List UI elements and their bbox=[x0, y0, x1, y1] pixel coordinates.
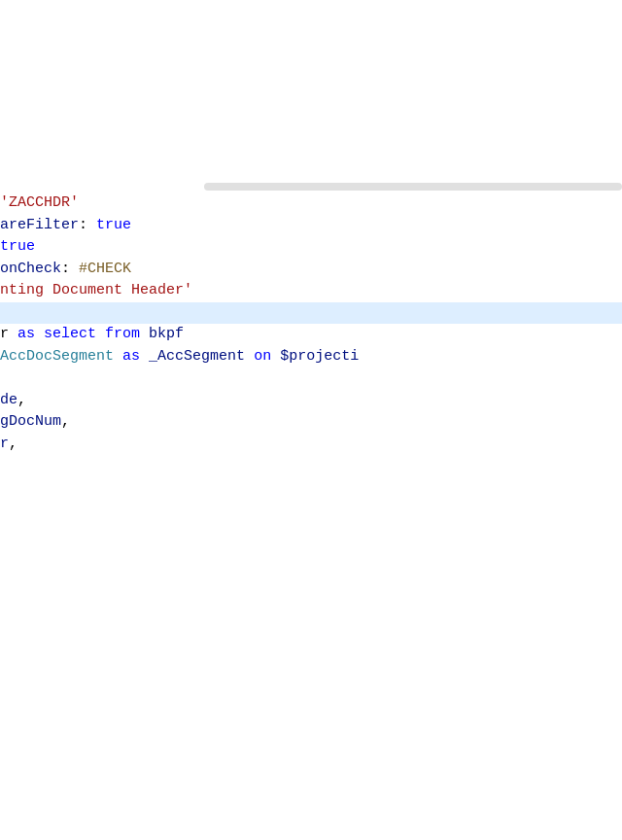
code-line-14 bbox=[0, 477, 622, 500]
token-bool: true bbox=[96, 217, 131, 233]
token-accdocsegment: AccDocSegment bbox=[0, 348, 114, 365]
code-editor: 'ZACCHDR' areFilter: true true onCheck: … bbox=[0, 0, 622, 840]
code-line-12: r, bbox=[0, 434, 622, 456]
token-space3 bbox=[140, 326, 149, 342]
code-content: 'ZACCHDR' areFilter: true true onCheck: … bbox=[0, 0, 622, 840]
token-colon2: : bbox=[61, 261, 79, 277]
token-r: r bbox=[0, 326, 17, 342]
token-select: select bbox=[44, 326, 96, 342]
token-oncheck: onCheck bbox=[0, 261, 61, 277]
code-line-3: true bbox=[0, 236, 622, 259]
token-de: de bbox=[0, 392, 17, 408]
code-line-4: onCheck: #CHECK bbox=[0, 259, 622, 281]
code-line-19 bbox=[0, 586, 622, 609]
token-comma1: , bbox=[17, 392, 26, 408]
code-line-7: r as select from bkpf bbox=[0, 324, 622, 346]
code-line-15 bbox=[0, 499, 622, 521]
token-comma2: , bbox=[61, 413, 70, 430]
token-hash: #CHECK bbox=[79, 261, 131, 277]
token-on-kw: on bbox=[254, 348, 271, 365]
token-gdocnum: gDocNum bbox=[0, 413, 61, 430]
token-as2: as bbox=[122, 348, 140, 365]
token-dollar: $projecti bbox=[280, 348, 359, 365]
token-accsegment: _AccSegment bbox=[149, 348, 245, 365]
token-from: from bbox=[105, 326, 140, 342]
token-as-space bbox=[114, 348, 122, 365]
token-on bbox=[245, 348, 254, 365]
code-line-9 bbox=[0, 368, 622, 390]
code-line-8: AccDocSegment as _AccSegment on $project… bbox=[0, 346, 622, 368]
code-line-10: de, bbox=[0, 390, 622, 412]
code-line-18 bbox=[0, 565, 622, 587]
token-r2: r bbox=[0, 436, 9, 452]
token-string: 'ZACCHDR' bbox=[0, 194, 79, 211]
code-line-1: 'ZACCHDR' bbox=[0, 192, 622, 215]
token-bkpf: bkpf bbox=[149, 326, 184, 342]
token-space5 bbox=[271, 348, 280, 365]
token-comma3: , bbox=[9, 436, 17, 452]
token-docheader: nting Document Header' bbox=[0, 282, 192, 298]
token-space4 bbox=[140, 348, 149, 365]
code-line-5: nting Document Header' bbox=[0, 280, 622, 302]
token-space2 bbox=[96, 326, 105, 342]
code-line-6-highlighted bbox=[0, 302, 622, 325]
token-bool2: true bbox=[0, 238, 35, 255]
code-line-17 bbox=[0, 542, 622, 565]
code-line-13 bbox=[0, 455, 622, 477]
token-space1 bbox=[35, 326, 44, 342]
code-line-2: areFilter: true bbox=[0, 215, 622, 237]
token-prop: areFilter bbox=[0, 217, 79, 233]
code-line-16 bbox=[0, 521, 622, 543]
code-line-20 bbox=[0, 609, 622, 631]
token-as: as bbox=[17, 326, 35, 342]
code-line-11: gDocNum, bbox=[0, 411, 622, 434]
token-colon: : bbox=[79, 217, 96, 233]
